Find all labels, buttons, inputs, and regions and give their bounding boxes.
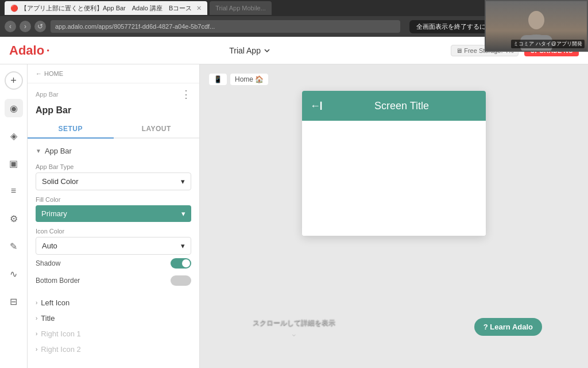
props-menu-button[interactable]: ⋮ bbox=[181, 88, 191, 101]
home-icon: 🏠 bbox=[255, 75, 264, 83]
sidebar-item-analytics[interactable]: ∿ bbox=[5, 264, 23, 283]
refresh-button[interactable]: ↺ bbox=[34, 21, 46, 32]
shadow-label: Shadow bbox=[36, 259, 60, 267]
cam-label: ミコミア ハタイ@アプリ開発 bbox=[511, 40, 585, 48]
back-arrow-icon: ← bbox=[36, 70, 42, 77]
sidebar-item-custom-actions[interactable]: ✎ bbox=[5, 237, 23, 255]
learn-adalo-button[interactable]: ? Learn Adalo bbox=[474, 318, 542, 336]
chevron-right-icon: › bbox=[36, 331, 37, 337]
fill-color-label: Fill Color bbox=[36, 196, 191, 203]
app-bar-preview: ← ▎ Screen Title bbox=[302, 91, 486, 121]
right-icon-2-section[interactable]: › Right Icon 2 bbox=[36, 342, 191, 357]
canvas-breadcrumb-screen[interactable]: Home 🏠 bbox=[230, 74, 268, 85]
bottom-border-toggle[interactable] bbox=[171, 275, 191, 286]
app-bar-title-text: Screen Title bbox=[326, 100, 478, 112]
branding-icon: ◈ bbox=[10, 131, 17, 141]
adalo-logo: Adalo ● bbox=[9, 43, 49, 58]
app-name-label: Trial App bbox=[229, 46, 261, 55]
app-bar-type-select[interactable]: Solid Color ▾ bbox=[36, 172, 191, 190]
forward-button[interactable]: › bbox=[20, 21, 31, 32]
app-bar-section-toggle[interactable]: ▼ App Bar bbox=[36, 144, 191, 158]
props-header: ← HOME bbox=[28, 64, 199, 83]
icon-panel: + ◉ ◈ ▣ ≡ ⚙ ✎ ∿ ⊟ bbox=[0, 64, 28, 368]
bottom-border-label: Bottom Border bbox=[36, 277, 80, 285]
url-text: app.adalo.com/apps/8057721f-dd6d-4827-a0… bbox=[55, 23, 215, 30]
chevron-down-icon: ▼ bbox=[36, 148, 41, 154]
sidebar-item-settings[interactable]: ⚙ bbox=[5, 209, 23, 228]
chevron-down-icon: ▾ bbox=[181, 209, 185, 218]
app-name-button[interactable]: Trial App bbox=[229, 46, 271, 55]
sidebar-item-screens[interactable]: ◉ bbox=[5, 99, 23, 117]
add-component-button[interactable]: + bbox=[5, 71, 23, 90]
publish-icon: ⊟ bbox=[10, 296, 17, 307]
canvas-phone-icon: 📱 bbox=[209, 74, 227, 85]
shadow-toggle[interactable] bbox=[171, 258, 191, 269]
app-bar-type-label: App Bar Type bbox=[36, 163, 191, 170]
shadow-row: Shadow bbox=[36, 255, 191, 272]
chevron-down-icon bbox=[263, 47, 271, 55]
sidebar-item-components[interactable]: ▣ bbox=[5, 154, 23, 172]
props-title-row: App Bar ⋮ bbox=[28, 83, 199, 105]
scroll-down-arrow: ⌄ bbox=[291, 329, 297, 338]
tab-title: 【アプリ上部に置くと便利】App Bar Adalo 講座 Bコース bbox=[21, 4, 192, 13]
cursor-indicator: ▎ bbox=[320, 102, 326, 110]
sidebar-item-database[interactable]: ≡ bbox=[5, 182, 23, 200]
webcam-overlay: ミコミア ハタイ@アプリ開発 bbox=[485, 0, 588, 52]
phone-icon: 📱 bbox=[214, 75, 222, 83]
custom-actions-icon: ✎ bbox=[10, 241, 17, 252]
props-tabs: SETUP LAYOUT bbox=[28, 120, 199, 139]
scroll-hint: スクロールして詳細を表示 ⌄ bbox=[253, 318, 335, 338]
canvas-toolbar: 📱 Home 🏠 bbox=[209, 74, 268, 85]
components-icon: ▣ bbox=[9, 158, 18, 169]
fill-color-select[interactable]: Primary ▾ bbox=[36, 205, 191, 222]
icon-color-label: Icon Color bbox=[36, 228, 191, 235]
right-icon-1-section[interactable]: › Right Icon 1 bbox=[36, 326, 191, 342]
chevron-down-icon: ▾ bbox=[181, 241, 185, 250]
sidebar-item-branding[interactable]: ◈ bbox=[5, 126, 23, 145]
app-bar-section: ▼ App Bar App Bar Type Solid Color ▾ Fil… bbox=[28, 139, 199, 295]
icon-color-select[interactable]: Auto ▾ bbox=[36, 237, 191, 255]
props-title: App Bar bbox=[36, 105, 191, 116]
bottom-border-row: Bottom Border bbox=[36, 272, 191, 289]
app-bar-back-arrow: ← bbox=[310, 100, 320, 112]
chevron-right-icon: › bbox=[36, 315, 37, 321]
database-icon: ≡ bbox=[11, 186, 16, 196]
screens-icon: ◉ bbox=[10, 103, 18, 114]
phone-frame: ← ▎ Screen Title bbox=[302, 91, 486, 236]
settings-icon: ⚙ bbox=[10, 213, 18, 224]
properties-panel: ← HOME App Bar ⋮ App Bar SETUP LAYOUT ▼ … bbox=[28, 64, 200, 368]
sub-sections: › Left Icon › Title › Right Icon 1 › Rig… bbox=[28, 295, 199, 357]
sidebar-item-publish[interactable]: ⊟ bbox=[5, 292, 23, 310]
component-title-row: App Bar bbox=[28, 105, 199, 120]
browser-tab-trial[interactable]: Trial App Mobile... bbox=[210, 1, 272, 15]
svg-point-0 bbox=[528, 11, 544, 29]
chevron-down-icon: ▾ bbox=[181, 177, 185, 186]
address-bar[interactable]: app.adalo.com/apps/8057721f-dd6d-4827-a0… bbox=[51, 20, 400, 33]
back-to-home-button[interactable]: ← HOME bbox=[36, 70, 63, 77]
chevron-right-icon: › bbox=[36, 346, 37, 352]
analytics-icon: ∿ bbox=[10, 269, 17, 279]
tab-favicon: 🔴 bbox=[10, 5, 18, 12]
component-type-label: App Bar bbox=[36, 91, 59, 98]
browser-tab[interactable]: 🔴 【アプリ上部に置くと便利】App Bar Adalo 講座 Bコース ✕ bbox=[5, 1, 207, 15]
chevron-right-icon: › bbox=[36, 300, 37, 306]
phone-body bbox=[302, 121, 486, 236]
tab-close-icon[interactable]: ✕ bbox=[196, 5, 202, 12]
left-icon-section[interactable]: › Left Icon bbox=[36, 295, 191, 310]
back-button[interactable]: ‹ bbox=[5, 21, 16, 32]
tab-layout[interactable]: LAYOUT bbox=[114, 120, 200, 137]
tab-setup[interactable]: SETUP bbox=[28, 120, 114, 139]
scroll-hint-text: スクロールして詳細を表示 bbox=[253, 318, 335, 328]
title-section[interactable]: › Title bbox=[36, 310, 191, 326]
